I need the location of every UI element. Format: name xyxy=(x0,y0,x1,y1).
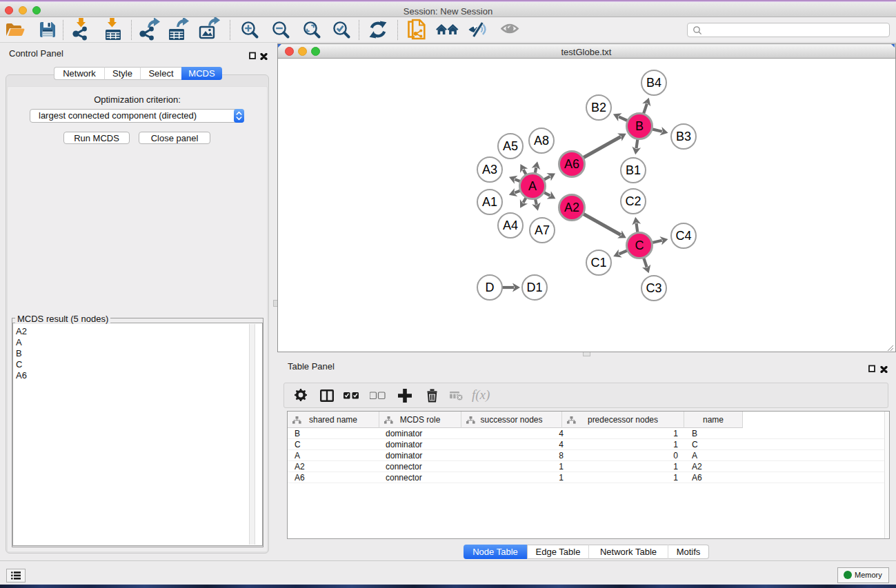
svg-text:B2: B2 xyxy=(591,101,606,114)
svg-text:C2: C2 xyxy=(625,194,641,208)
svg-text:D: D xyxy=(486,281,495,294)
svg-text:D1: D1 xyxy=(526,281,542,294)
svg-text:C4: C4 xyxy=(675,229,691,243)
svg-text:f(x): f(x) xyxy=(472,388,490,403)
svg-text:A3: A3 xyxy=(482,163,497,176)
svg-text:A8: A8 xyxy=(534,134,549,148)
svg-text:A6: A6 xyxy=(564,157,579,171)
svg-text:A1: A1 xyxy=(482,195,497,209)
svg-text:C: C xyxy=(635,239,644,252)
svg-text:A7: A7 xyxy=(535,223,550,237)
svg-text:A: A xyxy=(528,179,537,193)
svg-text:B3: B3 xyxy=(676,130,691,143)
svg-text:B: B xyxy=(635,119,644,133)
svg-text:A4: A4 xyxy=(503,219,518,232)
svg-text:B1: B1 xyxy=(626,163,641,177)
svg-text:C1: C1 xyxy=(590,256,606,270)
svg-text:C3: C3 xyxy=(646,281,661,295)
svg-text:A2: A2 xyxy=(564,201,579,214)
svg-text:A5: A5 xyxy=(503,139,518,153)
svg-text:B4: B4 xyxy=(646,76,661,90)
